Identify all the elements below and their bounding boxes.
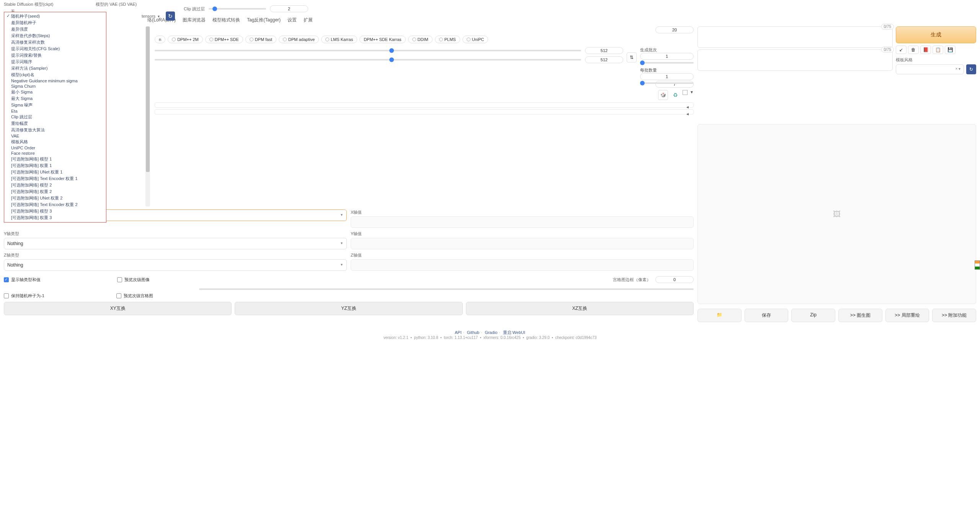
collapse-panel[interactable] xyxy=(155,109,694,115)
dropdown-item[interactable]: 采样方法 (Sampler) xyxy=(4,65,106,72)
preview-sub-checkbox[interactable] xyxy=(117,277,122,282)
clip-skip-value[interactable]: 2 xyxy=(270,5,308,12)
height-slider[interactable] xyxy=(155,59,581,61)
dropdown-item[interactable]: [可选附加网络] 模型 1 xyxy=(4,156,106,162)
dropdown-item[interactable]: [可选附加网络] Text Encoder 权重 2 xyxy=(4,201,106,208)
dropdown-item[interactable]: 提示词搜索/替换 xyxy=(4,52,106,59)
dropdown-item[interactable]: [可选附加网络] 模型 3 xyxy=(4,208,106,214)
prompt-textarea[interactable]: 0/75 xyxy=(697,26,893,48)
footer-link-api[interactable]: API xyxy=(455,330,462,335)
dropdown-item[interactable]: 高清修复放大算法 xyxy=(4,127,106,133)
swap-xy-button[interactable]: XY互换 xyxy=(4,302,232,315)
clipboard-icon[interactable]: 📋 xyxy=(933,46,943,54)
dropdown-item[interactable]: UniPC Order xyxy=(4,145,106,151)
sampler-option[interactable]: DPM adaptive xyxy=(279,36,319,43)
send-extras-button[interactable]: >> 附加功能 xyxy=(932,309,976,322)
styles-refresh-button[interactable]: ↻ xyxy=(966,64,976,74)
show-axis-checkbox[interactable] xyxy=(4,277,9,282)
trash-icon[interactable]: 🗑 xyxy=(908,46,919,54)
dropdown-item[interactable]: 最小 Sigma xyxy=(4,89,106,95)
dropdown-item[interactable]: [可选附加网络] 权重 3 xyxy=(4,214,106,221)
footer-link-restart[interactable]: 重启 WebUI xyxy=(503,330,525,335)
tab-extensions[interactable]: 扩展 xyxy=(304,17,313,23)
scrollbar[interactable] xyxy=(145,26,150,206)
batch-count-slider[interactable] xyxy=(640,62,694,64)
open-folder-button[interactable]: 📁 xyxy=(697,309,742,322)
dropdown-item[interactable]: 提示词相关性(CFG Scale) xyxy=(4,46,106,52)
sampler-option[interactable]: DDIM xyxy=(408,36,433,43)
tab-convert[interactable]: 模型格式转换 xyxy=(212,17,240,23)
z-axis-value-input[interactable] xyxy=(351,259,694,271)
keep-seed-checkbox[interactable] xyxy=(4,293,9,298)
sampler-option[interactable]: PLMS xyxy=(435,36,460,43)
sampler-option[interactable]: LMS Karras xyxy=(321,36,357,43)
dropdown-item[interactable]: [可选附加网络] UNet 权重 3 xyxy=(4,221,106,223)
y-axis-type-select[interactable]: Nothing xyxy=(4,238,347,249)
dropdown-item[interactable]: [可选附加网络] Text Encoder 权重 1 xyxy=(4,175,106,182)
dropdown-item[interactable]: 模板风格 xyxy=(4,139,106,145)
dropdown-item[interactable]: Sigma 噪声 xyxy=(4,102,106,108)
batch-size-value[interactable]: 1 xyxy=(640,73,694,80)
send-img2img-button[interactable]: >> 图生图 xyxy=(838,309,882,322)
send-inpaint-button[interactable]: >> 局部重绘 xyxy=(885,309,929,322)
dice-button[interactable]: 🎲 xyxy=(658,90,668,100)
cfg-value[interactable]: 7 xyxy=(655,81,694,88)
recycle-button[interactable]: ♻ xyxy=(670,90,680,100)
dropdown-item[interactable]: Face restore xyxy=(4,151,106,156)
x-axis-value-input[interactable] xyxy=(351,216,694,228)
save-icon[interactable]: 💾 xyxy=(945,46,956,54)
swap-wh-button[interactable]: ⇅ xyxy=(627,52,637,62)
dropdown-item[interactable]: [可选附加网络] 模型 2 xyxy=(4,182,106,188)
zip-button[interactable]: Zip xyxy=(791,309,835,322)
generate-button[interactable]: 生成 xyxy=(896,26,976,43)
save-button[interactable]: 保存 xyxy=(745,309,789,322)
swap-yz-button[interactable]: YZ互换 xyxy=(235,302,462,315)
batch-size-slider[interactable] xyxy=(640,82,694,84)
sampler-option[interactable]: DPM++ 2M xyxy=(168,36,203,43)
dropdown-item[interactable]: [可选附加网络] 权重 2 xyxy=(4,188,106,195)
styles-select[interactable] xyxy=(896,64,964,74)
y-axis-value-input[interactable] xyxy=(351,238,694,249)
z-axis-type-select[interactable]: Nothing xyxy=(4,259,347,271)
dropdown-item[interactable]: 提示词顺序 xyxy=(4,59,106,65)
dropdown-item[interactable]: 重绘幅度 xyxy=(4,120,106,127)
collapse-panel[interactable] xyxy=(155,102,694,108)
height-value[interactable]: 512 xyxy=(585,56,623,63)
x-axis-dropdown[interactable]: 随机种子(seed) 差异随机种子 差异强度 采样迭代步数(Steps) 高清修… xyxy=(4,12,106,223)
chevron-down-icon[interactable]: ▾ xyxy=(158,14,160,18)
preview-grid-checkbox[interactable] xyxy=(116,293,121,298)
extra-checkbox[interactable] xyxy=(683,90,688,95)
dropdown-item[interactable]: 采样迭代步数(Steps) xyxy=(4,33,106,39)
dropdown-item[interactable]: [可选附加网络] UNet 权重 2 xyxy=(4,195,106,201)
tab-tagger[interactable]: Tag反推(Tagger) xyxy=(247,17,281,23)
grid-margin-slider[interactable] xyxy=(199,288,694,290)
dropdown-item[interactable]: Sigma Churn xyxy=(4,83,106,89)
dropdown-item[interactable]: 模型(ckpt)名 xyxy=(4,72,106,78)
batch-count-value[interactable]: 1 xyxy=(640,53,694,60)
width-value[interactable]: 512 xyxy=(585,47,623,54)
vae-selected[interactable]: tensors xyxy=(142,14,155,18)
sampler-option[interactable]: UniPC xyxy=(462,36,488,43)
footer-link-gradio[interactable]: Gradio xyxy=(485,330,497,335)
grid-margin-value[interactable]: 0 xyxy=(655,276,694,283)
tab-settings[interactable]: 设置 xyxy=(287,17,297,23)
arrow-icon[interactable]: ↙ xyxy=(896,46,906,54)
dropdown-item[interactable]: Negative Guidance minimum sigma xyxy=(4,78,106,83)
dropdown-item[interactable]: 差异随机种子 xyxy=(4,20,106,26)
swap-xz-button[interactable]: XZ互换 xyxy=(466,302,694,315)
dropdown-item[interactable]: 差异强度 xyxy=(4,26,106,33)
vae-refresh-button[interactable]: ↻ xyxy=(166,11,175,21)
tab-gallery[interactable]: 图库浏览器 xyxy=(183,17,206,23)
dropdown-item[interactable]: 高清修复采样次数 xyxy=(4,39,106,46)
sampler-option[interactable]: DPM fast xyxy=(245,36,276,43)
footer-link-github[interactable]: Github xyxy=(467,330,479,335)
width-slider[interactable] xyxy=(155,50,581,51)
sampler-option[interactable]: DPM++ SDE Karras xyxy=(359,36,405,43)
chevron-down-icon[interactable]: ▼ xyxy=(690,90,694,100)
negative-prompt-textarea[interactable]: 0/75 xyxy=(697,49,893,71)
dropdown-item[interactable]: [可选附加网络] UNet 权重 1 xyxy=(4,169,106,175)
dropdown-item[interactable]: 随机种子(seed) xyxy=(4,13,106,20)
dropdown-item[interactable]: VAE xyxy=(4,133,106,139)
dropdown-item[interactable]: Clip 跳过层 xyxy=(4,114,106,120)
dropdown-item[interactable]: [可选附加网络] 权重 1 xyxy=(4,162,106,169)
